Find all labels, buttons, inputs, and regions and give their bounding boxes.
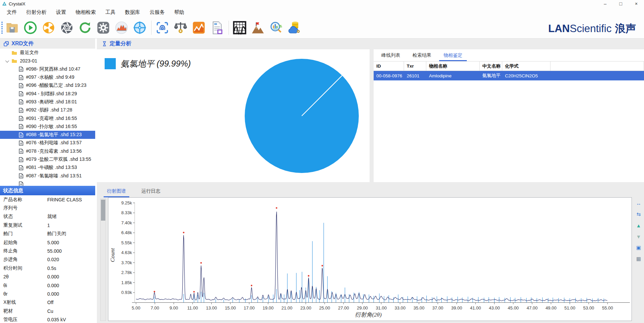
tree-file-row[interactable]: #093 -奥硝唑 .shd 18:01: [0, 98, 95, 106]
tree-folder-row[interactable]: 最近文件: [0, 49, 95, 57]
tree-file-row[interactable]: #096 -醋酸氯己定 .shd 19:23: [0, 81, 95, 90]
search-statistics-button[interactable]: [269, 20, 284, 35]
spectrum-chart-button[interactable]: [114, 20, 129, 35]
status-panel: 状态信息 产品名称FRINGE CLASS序列号状态就绪重复测试1舱门舱门关闭起…: [0, 186, 95, 323]
menu-item-1[interactable]: 文件: [2, 7, 22, 17]
fullscreen-icon[interactable]: ▣: [635, 244, 642, 251]
quant-header: 定量分析: [97, 39, 644, 49]
tree-folder-row[interactable]: 2023-01: [0, 57, 95, 65]
status-label: 产品名称: [0, 197, 47, 203]
scroll-up-icon[interactable]: ▲: [635, 222, 642, 229]
open-file-button[interactable]: [5, 20, 20, 35]
phase-tab-2[interactable]: 检索结果: [408, 52, 436, 61]
svg-text:衍射角(2θ): 衍射角(2θ): [355, 312, 382, 318]
goniometer-crosshair-button[interactable]: [132, 20, 147, 35]
phase-tab-3[interactable]: 物相鉴定: [439, 52, 467, 61]
status-label: 2θ: [0, 274, 47, 279]
svg-text:19.00: 19.00: [263, 305, 274, 310]
tree-file-row[interactable]: #076 -格列吡嗪 .shd 13:57: [0, 139, 95, 147]
tree-file-row[interactable]: #087 -氢氯噻嗪 .shd 13:51: [0, 172, 95, 180]
cloud-database-button[interactable]: [287, 20, 302, 35]
tree-file-row[interactable]: #098- 阿莫西林.shd 10:47: [0, 65, 95, 73]
start-measurement-icon: [24, 21, 37, 34]
svg-text:3.70k: 3.70k: [121, 260, 132, 265]
tree-item-label: 2023-01: [20, 58, 37, 64]
table-row[interactable]: 00-058-097626101Amlodipine氨氯地平C20H25ClN2…: [374, 71, 644, 80]
status-value: 1: [47, 223, 95, 228]
chart-side-toolbar: ↔⇆▲▼▣▦: [634, 199, 643, 266]
settings-gear-button[interactable]: [96, 20, 111, 35]
maximize-button[interactable]: □: [613, 0, 628, 7]
svg-text:Count: Count: [109, 248, 116, 262]
title-bar: CrystalX –□×: [0, 0, 644, 7]
toolbar-buttons: [5, 20, 305, 36]
menu-item-7[interactable]: 云服务: [145, 7, 169, 17]
column-header-filler: [551, 61, 644, 71]
tree-file-row[interactable]: #092 -肌醇 .shd 17:28: [0, 106, 95, 114]
file-icon: [19, 157, 23, 162]
tree-file-row[interactable]: #088 -氨氯地平 .shd 15:23: [0, 131, 95, 139]
svg-text:37.00: 37.00: [432, 305, 444, 310]
bottom-tab-1[interactable]: 衍射图谱: [104, 188, 129, 197]
status-row: 舱门舱门关闭: [0, 230, 95, 238]
grid-view-icon[interactable]: ▦: [635, 255, 642, 263]
phase-table: IDTxr物相名称中文名称化学式00-058-097626101Amlodipi…: [374, 61, 644, 80]
menu-item-8[interactable]: 帮助: [169, 7, 189, 17]
status-row: 靶材Cu: [0, 307, 95, 315]
calibration-balance-button[interactable]: [173, 20, 188, 35]
xray-radiation-button[interactable]: [41, 20, 56, 35]
tree-file-row[interactable]: #091 -克霉唑 .shd 16:55: [0, 114, 95, 122]
file-icon: [19, 83, 23, 88]
tree-file-row[interactable]: #094 - 别嘌醇.shd 18:29: [0, 90, 95, 98]
menu-item-6[interactable]: 数据库: [120, 7, 145, 17]
status-label: 靶材: [0, 308, 47, 314]
chevron-down-icon[interactable]: [5, 59, 9, 63]
fingerprint-search-button[interactable]: [155, 20, 170, 35]
report-document-button[interactable]: [210, 20, 224, 35]
table-header-row: IDTxr物相名称中文名称化学式: [374, 61, 644, 71]
quant-title: 定量分析: [110, 40, 131, 47]
scroll-down-icon[interactable]: ▼: [635, 233, 642, 240]
tree-file-row[interactable]: #097 -水杨酸 .shd 9:49: [0, 73, 95, 81]
chart-vertical-scrollbar[interactable]: [100, 199, 106, 321]
folder-icon: [11, 59, 17, 63]
svg-text:6.48k: 6.48k: [121, 230, 132, 235]
svg-text:49.00: 49.00: [545, 305, 557, 310]
pie-legend: 氨氯地平 (99.99%): [105, 58, 191, 69]
tree-item-label: #088 -氨氯地平 .shd 15:23: [26, 132, 82, 138]
close-button[interactable]: ×: [628, 0, 644, 7]
collapse-horizontal-icon[interactable]: ⇆: [635, 210, 642, 218]
menu-item-4[interactable]: 物相检索: [71, 7, 101, 17]
bottom-tab-2[interactable]: 运行日志: [138, 188, 164, 197]
toolbar-drag-handle[interactable]: [1, 22, 3, 34]
fit-width-icon[interactable]: ↔: [635, 199, 642, 207]
tree-file-row[interactable]: #081 -牛磺酸 .shd 13:53: [0, 164, 95, 172]
shutter-aperture-button[interactable]: [59, 20, 74, 35]
start-measurement-button[interactable]: [23, 20, 38, 35]
tree-file-row[interactable]: #078 -克拉霉素 .shd 13:56: [0, 147, 95, 155]
scrollbar-thumb[interactable]: [101, 200, 105, 221]
tree-item-label: 最近文件: [20, 50, 39, 56]
tree-file-row[interactable]: #079 -盐酸二甲双胍 .shd 13:55: [0, 155, 95, 164]
peak-mountain-button[interactable]: [250, 20, 265, 35]
xray-radiation-icon: [42, 21, 55, 34]
file-icon: [19, 91, 23, 96]
tree-item-label: #078 -克拉霉素 .shd 13:56: [26, 148, 82, 154]
status-value: Off: [47, 300, 95, 305]
tree-file-row[interactable]: #090 -扑尔敏 .shd 16:55: [0, 123, 95, 131]
phase-tab-1[interactable]: 峰线列表: [377, 52, 405, 61]
tree-file-row[interactable]: [0, 180, 95, 186]
menu-item-3[interactable]: 设置: [51, 7, 71, 17]
phase-tabs: 峰线列表检索结果物相鉴定: [374, 49, 644, 61]
svg-text:27.00: 27.00: [338, 305, 349, 310]
pattern-grid-button[interactable]: [232, 20, 247, 35]
minimize-button[interactable]: –: [597, 0, 613, 7]
menu-item-2[interactable]: 衍射分析: [22, 7, 51, 17]
status-row: 管电压0.035 kV: [0, 315, 95, 323]
svg-text:2.78k: 2.78k: [121, 270, 132, 275]
analysis-chart-button[interactable]: [191, 20, 206, 35]
menu-item-5[interactable]: 工具: [101, 7, 120, 17]
refresh-button[interactable]: [78, 20, 92, 35]
brand-cn: 浪声: [615, 23, 636, 34]
svg-text:15.00: 15.00: [225, 305, 236, 310]
